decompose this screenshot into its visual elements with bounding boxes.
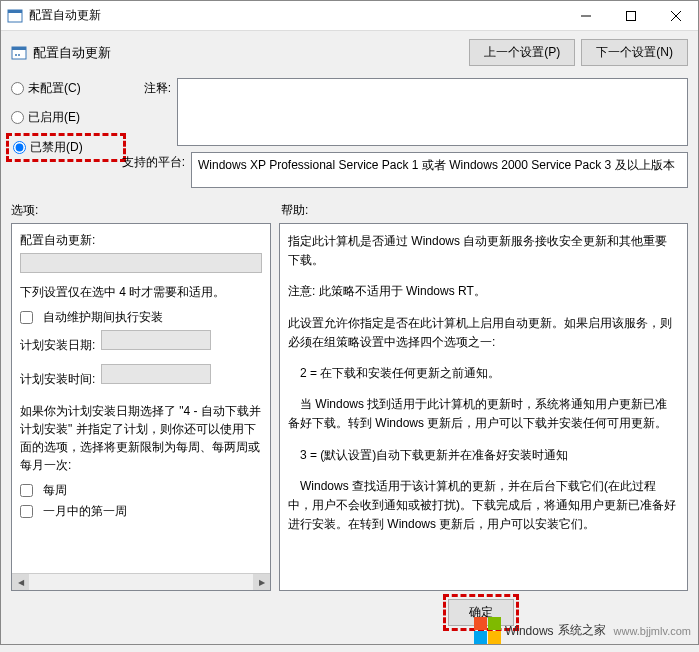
help-p3: 此设置允许你指定是否在此计算机上启用自动更新。如果启用该服务，则必须在组策略设置… — [288, 314, 679, 352]
panels: 配置自动更新: 下列设置仅在选中 4 时才需要和适用。 自动维护期间执行安装 计… — [11, 223, 688, 591]
hscroll-track[interactable] — [29, 574, 253, 590]
help-panel: 指定此计算机是否通过 Windows 自动更新服务接收安全更新和其他重要下载。 … — [279, 223, 688, 591]
opt-cb-first-label: 一月中的第一周 — [43, 503, 127, 520]
opt-title: 配置自动更新: — [20, 232, 262, 249]
radio-unconfigured-label: 未配置(C) — [28, 80, 81, 97]
help-p5: 当 Windows 找到适用于此计算机的更新时，系统将通知用户更新已准备好下载。… — [288, 395, 679, 433]
opt-plan-time-select[interactable] — [101, 364, 211, 384]
radio-disabled-highlight: 已禁用(D) — [11, 138, 121, 157]
radio-unconfigured[interactable]: 未配置(C) — [11, 80, 121, 97]
platform-row: 支持的平台: Windows XP Professional Service P… — [121, 152, 688, 188]
opt-note2: 如果你为计划安装日期选择了 "4 - 自动下载并计划安装" 并指定了计划，则你还… — [20, 402, 262, 474]
opt-cb-auto-label: 自动维护期间执行安装 — [43, 309, 163, 326]
window-title: 配置自动更新 — [29, 7, 563, 24]
minimize-button[interactable] — [563, 1, 608, 30]
svg-point-9 — [18, 54, 20, 56]
help-p7: Windows 查找适用于该计算机的更新，并在后台下载它们(在此过程中，用户不会… — [288, 477, 679, 535]
radio-unconfigured-input[interactable] — [11, 82, 24, 95]
close-button[interactable] — [653, 1, 698, 30]
opt-cb-week[interactable] — [20, 484, 33, 497]
maximize-button[interactable] — [608, 1, 653, 30]
radio-group: 未配置(C) 已启用(E) 已禁用(D) — [11, 78, 121, 188]
opt-cb-auto-row: 自动维护期间执行安装 — [20, 309, 262, 326]
svg-rect-1 — [8, 10, 22, 13]
radio-enabled-input[interactable] — [11, 111, 24, 124]
opt-cb-week-label: 每周 — [43, 482, 67, 499]
opt-cb-week-row: 每周 — [20, 482, 262, 499]
footer: 确定 取消 应用(A) — [11, 591, 688, 634]
section-labels: 选项: 帮助: — [11, 202, 688, 219]
radio-disabled[interactable]: 已禁用(D) — [13, 139, 119, 156]
policy-icon — [11, 45, 27, 61]
opt-plan-time-row: 计划安装时间: — [20, 364, 262, 394]
comment-label: 注释: — [121, 78, 177, 146]
opt-plan-date-row: 计划安装日期: — [20, 330, 262, 360]
config-row: 未配置(C) 已启用(E) 已禁用(D) 注释: — [11, 78, 688, 188]
opt-cb-auto[interactable] — [20, 311, 33, 324]
svg-point-8 — [15, 54, 17, 56]
options-scroll: 配置自动更新: 下列设置仅在选中 4 时才需要和适用。 自动维护期间执行安装 计… — [20, 232, 262, 582]
right-fields: 注释: 支持的平台: Windows XP Professional Servi… — [121, 78, 688, 188]
options-label: 选项: — [11, 202, 281, 219]
opt-plan-time-label: 计划安装时间: — [20, 371, 95, 388]
radio-disabled-input[interactable] — [13, 141, 26, 154]
help-p4: 2 = 在下载和安装任何更新之前通知。 — [288, 364, 679, 383]
opt-cb-first[interactable] — [20, 505, 33, 518]
ok-highlight: 确定 — [448, 599, 514, 626]
opt-plan-date-select[interactable] — [101, 330, 211, 350]
comment-row: 注释: — [121, 78, 688, 146]
header-row: 配置自动更新 上一个设置(P) 下一个设置(N) — [11, 39, 688, 66]
prev-setting-button[interactable]: 上一个设置(P) — [469, 39, 575, 66]
comment-input[interactable] — [177, 78, 688, 146]
next-setting-button[interactable]: 下一个设置(N) — [581, 39, 688, 66]
radio-disabled-label: 已禁用(D) — [30, 139, 83, 156]
platform-label: 支持的平台: — [121, 152, 191, 188]
app-icon — [7, 8, 23, 24]
svg-rect-3 — [626, 11, 635, 20]
hscroll-right-icon[interactable]: ▶ — [253, 574, 270, 590]
help-p6: 3 = (默认设置)自动下载更新并在准备好安装时通知 — [288, 446, 679, 465]
help-label: 帮助: — [281, 202, 688, 219]
opt-note1: 下列设置仅在选中 4 时才需要和适用。 — [20, 283, 262, 301]
page-title: 配置自动更新 — [33, 44, 463, 62]
radio-enabled[interactable]: 已启用(E) — [11, 109, 121, 126]
ok-button[interactable]: 确定 — [448, 599, 514, 626]
platform-box[interactable]: Windows XP Professional Service Pack 1 或… — [191, 152, 688, 188]
svg-rect-7 — [12, 47, 26, 50]
help-p1: 指定此计算机是否通过 Windows 自动更新服务接收安全更新和其他重要下载。 — [288, 232, 679, 270]
content: 配置自动更新 上一个设置(P) 下一个设置(N) 未配置(C) 已启用(E) 已… — [1, 31, 698, 644]
options-panel: 配置自动更新: 下列设置仅在选中 4 时才需要和适用。 自动维护期间执行安装 计… — [11, 223, 271, 591]
opt-plan-date-label: 计划安装日期: — [20, 337, 95, 354]
hscroll-left-icon[interactable]: ◀ — [12, 574, 29, 590]
help-p2: 注意: 此策略不适用于 Windows RT。 — [288, 282, 679, 301]
opt-cb-first-row: 一月中的第一周 — [20, 503, 262, 520]
options-hscroll[interactable]: ◀ ▶ — [12, 573, 270, 590]
opt-config-select[interactable] — [20, 253, 262, 273]
radio-enabled-label: 已启用(E) — [28, 109, 80, 126]
titlebar: 配置自动更新 — [1, 1, 698, 31]
window: 配置自动更新 配置自动更新 上一个设置(P) 下一个设置(N) 未配置(C) — [0, 0, 699, 645]
